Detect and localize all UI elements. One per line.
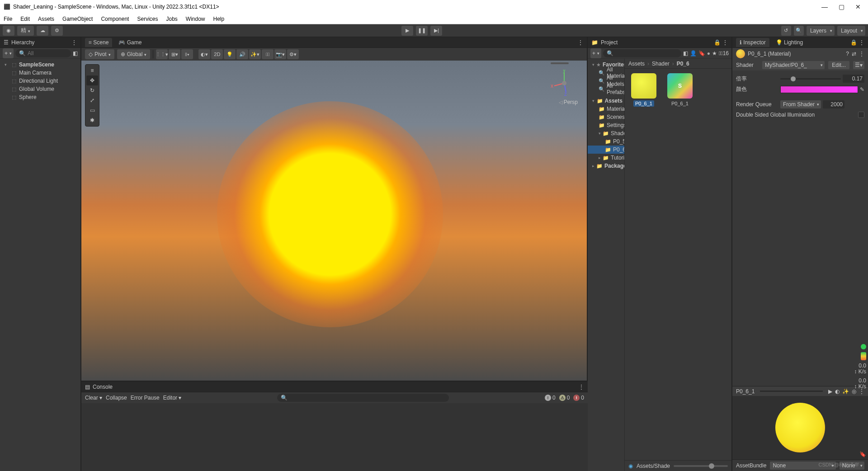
maximize-button[interactable]: ▢ [839,3,844,10]
console-error-pause-button[interactable]: Error Pause [131,395,160,401]
help-icon[interactable]: ? [846,51,849,57]
scene-tab[interactable]: ⌗ Scene [85,38,112,47]
save-search-icon[interactable]: 🔖 [698,50,705,57]
render-queue-field[interactable]: 2000 [823,100,844,108]
orientation-gizmo[interactable]: yxz [551,70,578,97]
settings-button[interactable]: ⚙ [51,26,63,36]
minimize-button[interactable]: — [821,3,828,10]
tree-scenes[interactable]: 📁Scenes [588,113,624,121]
project-item-material[interactable]: P0_6_1 [629,73,658,107]
tree-shader[interactable]: ▾📁Shader [588,129,624,137]
menu-edit[interactable]: Edit [20,16,30,22]
hierarchy-item-light[interactable]: ⬚Directional Light [0,77,80,85]
panel-menu-icon[interactable]: ⋮ [859,39,864,46]
tree-p0-5[interactable]: 📁P0_5 [588,137,624,146]
thumbnail-size-slider[interactable] [674,465,728,467]
project-create-button[interactable]: +▾ [590,48,601,58]
account-button[interactable]: ◉ [3,26,14,36]
menu-assets[interactable]: Assets [38,16,54,22]
menu-file[interactable]: File [4,16,12,22]
console-info-count[interactable]: !0 [545,395,556,401]
shader-dropdown[interactable]: MyShader/P0_6_ [762,61,825,69]
move-tool[interactable]: ✥ [86,75,98,85]
global-search-button[interactable]: 🔍 [794,26,804,36]
warn-icon[interactable]: ● [707,50,710,57]
panel-menu-icon[interactable]: ⋮ [579,384,584,390]
rotate-tool[interactable]: ↻ [86,85,98,95]
console-clear-button[interactable]: Clear ▾ [85,395,102,401]
preview-time-slider[interactable] [760,391,823,392]
scene-root[interactable]: ▾⬚SampleScene [0,61,80,69]
console-log-area[interactable] [81,403,588,471]
game-tab[interactable]: 🎮 Game [115,38,145,47]
panel-lock-icon[interactable]: 🔒 [714,39,721,46]
console-collapse-button[interactable]: Collapse [106,395,127,401]
global-dropdown[interactable]: ⊕Global [117,49,151,59]
transform-tool[interactable]: ✱ [86,115,98,125]
menu-help[interactable]: Help [213,16,225,22]
perspective-label[interactable]: ◁ Persp [559,99,578,105]
console-error-count[interactable]: !0 [573,395,584,401]
menu-component[interactable]: Component [101,16,129,22]
hierarchy-item-sphere[interactable]: ⬚Sphere [0,93,80,101]
console-warn-count[interactable]: ⚠0 [559,395,570,401]
lighting-toggle[interactable]: 💡 [224,49,236,59]
menu-jobs[interactable]: Jobs [166,16,177,22]
hierarchy-item-camera[interactable]: ⬚Main Camera [0,69,80,77]
breadcrumb-current[interactable]: P0_6 [677,61,689,67]
step-button[interactable]: ▶| [430,26,442,36]
grid-snap-button[interactable]: ⋮⋮▾ [156,49,168,59]
rect-tool[interactable]: ▭ [86,105,98,115]
audio-toggle[interactable]: 🔊 [236,49,248,59]
breadcrumb-assets[interactable]: Assets [628,61,645,67]
shader-edit-button[interactable]: Edit... [828,61,849,69]
console-search[interactable]: 🔍 [277,394,449,402]
preset-icon[interactable]: ⇄ [852,51,856,57]
scene-view[interactable]: ≡ ✥ ↻ ⤢ ▭ ✱ yxz ◁ Persp [81,61,587,381]
scene-sphere-object[interactable] [217,101,443,327]
drag-handle[interactable] [551,62,569,64]
close-button[interactable]: ✕ [855,3,861,10]
rate-slider[interactable] [780,78,841,80]
console-editor-dropdown[interactable]: Editor ▾ [163,395,182,401]
tree-packages[interactable]: ▸📁Packages [588,162,624,170]
material-preview[interactable]: 🔖 [732,396,868,459]
tree-materials[interactable]: 📁Materials [588,105,624,113]
render-queue-dropdown[interactable]: From Shader [780,100,821,108]
search-by-label-icon[interactable]: 👤 [690,50,697,57]
panel-menu-icon[interactable]: ⋮ [71,39,77,46]
menu-icon[interactable]: ⋮ [859,51,864,57]
hidden-items-icon[interactable]: 👁̸16 [719,50,729,57]
project-search[interactable]: 🔍 [603,49,681,57]
tree-settings[interactable]: 📁Settings [588,121,624,129]
view-tool[interactable]: ≡ [86,66,98,75]
tree-tutorialinfo[interactable]: ▸📁TutorialInfo [588,154,624,162]
preview-play-icon[interactable]: ▶ [828,388,832,395]
tree-p0-6[interactable]: 📁P0_6 [588,146,624,154]
layers-dropdown[interactable]: Layers [807,26,835,36]
hierarchy-search[interactable]: 🔍 All [15,49,71,57]
dsi-checkbox[interactable] [858,112,864,118]
hierarchy-filter-icon[interactable]: ◧ [73,50,78,57]
hierarchy-create-button[interactable]: +▾ [3,48,14,58]
tree-all-prefabs[interactable]: 🔍All Prefabs [588,85,624,93]
lighting-tab[interactable]: 💡 Lighting [772,38,807,47]
2d-toggle[interactable]: 2D [211,49,223,59]
breadcrumb-shader[interactable]: Shader [652,61,670,67]
color-field[interactable] [780,86,858,93]
cloud-button[interactable]: ☁ [37,26,48,36]
draw-mode-button[interactable]: ◐▾ [198,49,210,59]
tree-assets[interactable]: ▾📁Assets [588,97,624,105]
gizmos-button[interactable]: ⚙▾ [287,49,299,59]
preview-mesh-icon[interactable]: ◐ [835,388,840,395]
project-item-shader[interactable]: S P0_6_1 [665,73,694,107]
pivot-dropdown[interactable]: ◇Pivot [85,49,114,59]
project-grid[interactable]: P0_6_1 S P0_6_1 [625,69,731,460]
rate-value-field[interactable]: 0.17 [843,75,864,83]
pause-button[interactable]: ❚❚ [416,26,428,36]
snap-increment-button[interactable]: ⊞▾ [169,49,180,59]
panel-lock-icon[interactable]: 🔒 [850,39,857,46]
scale-tool[interactable]: ⤢ [86,95,98,105]
panel-menu-icon[interactable]: ⋮ [722,39,728,46]
hierarchy-item-volume[interactable]: ⬚Global Volume [0,85,80,93]
